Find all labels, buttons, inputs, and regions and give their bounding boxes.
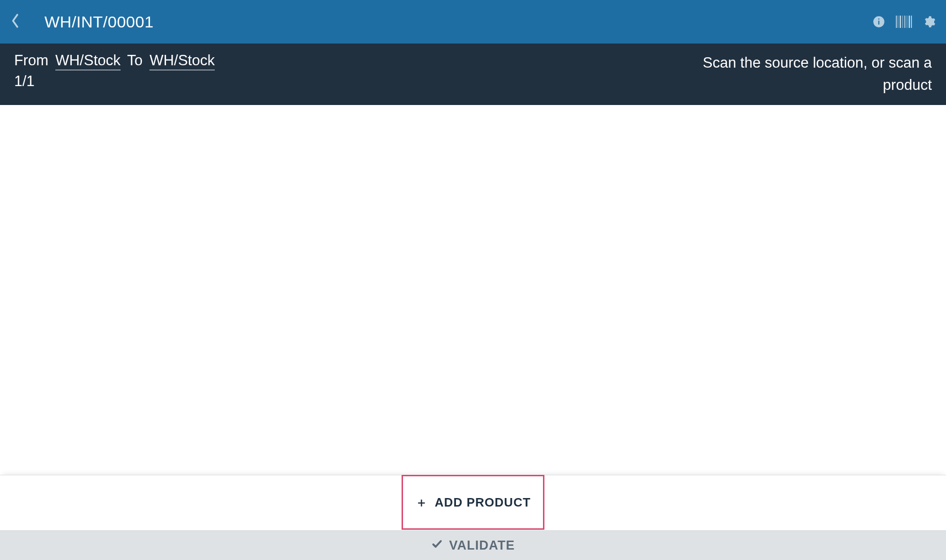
- scan-hint: Scan the source location, or scan a prod…: [686, 52, 932, 96]
- header-actions: [872, 15, 936, 28]
- check-icon: [431, 538, 443, 553]
- chevron-left-icon: [10, 12, 21, 31]
- svg-rect-4: [898, 16, 898, 28]
- add-product-button[interactable]: ＋ ADD PRODUCT: [402, 475, 544, 530]
- from-label: From: [14, 52, 48, 69]
- info-icon[interactable]: [872, 15, 885, 28]
- gear-icon[interactable]: [922, 15, 936, 28]
- svg-rect-2: [878, 18, 879, 19]
- add-product-label: ADD PRODUCT: [435, 495, 531, 510]
- page-title: WH/INT/00001: [44, 13, 154, 31]
- from-location-link[interactable]: WH/Stock: [55, 52, 121, 70]
- add-product-bar: ＋ ADD PRODUCT: [0, 475, 946, 531]
- svg-rect-1: [878, 21, 879, 25]
- app-header: WH/INT/00001: [0, 0, 946, 44]
- transfer-route: From WH/Stock To WH/Stock 1/1: [14, 52, 686, 90]
- to-label: To: [127, 52, 143, 69]
- svg-rect-6: [902, 16, 903, 28]
- to-location-link[interactable]: WH/Stock: [149, 52, 215, 70]
- transfer-subheader: From WH/Stock To WH/Stock 1/1 Scan the s…: [0, 44, 946, 105]
- barcode-icon[interactable]: [896, 16, 912, 28]
- plus-icon: ＋: [415, 496, 428, 508]
- validate-button[interactable]: VALIDATE: [0, 531, 946, 560]
- validate-label: VALIDATE: [449, 538, 515, 553]
- svg-rect-9: [909, 16, 910, 28]
- svg-rect-8: [907, 16, 907, 28]
- svg-rect-7: [904, 16, 905, 28]
- svg-rect-3: [896, 16, 897, 28]
- pager: 1/1: [14, 73, 686, 90]
- lines-area: [0, 105, 946, 475]
- svg-rect-10: [911, 16, 912, 28]
- svg-rect-5: [900, 16, 901, 28]
- back-button[interactable]: [10, 12, 33, 31]
